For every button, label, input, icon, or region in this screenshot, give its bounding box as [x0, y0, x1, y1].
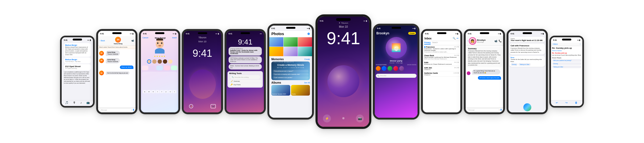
wt-opt-keypoints[interactable]: 🔑 Key Points: [229, 83, 261, 86]
back-btn-9[interactable]: ‹: [467, 40, 468, 42]
skin-opt-4[interactable]: [163, 59, 167, 64]
send-icon-9[interactable]: ⬆: [500, 108, 502, 111]
send-icon-2[interactable]: ⬆: [132, 108, 134, 111]
emoji-options-grid: [141, 65, 178, 71]
torch-icon-4[interactable]: ⚡: [189, 104, 193, 108]
skin-opt-3[interactable]: [158, 59, 162, 64]
torch-icon-cl[interactable]: ⚡: [323, 115, 331, 122]
album-2[interactable]: Family: [291, 85, 310, 96]
photo-4[interactable]: [269, 47, 283, 56]
key-t[interactable]: t: [160, 90, 164, 93]
mail-tab-primary[interactable]: Primary: [424, 42, 431, 44]
photo-2[interactable]: [284, 37, 298, 47]
mail-item-4[interactable]: Aditi Jain 9:41 AM Check-in: [423, 66, 460, 71]
star-3: ★: [159, 55, 161, 58]
summary-box-9: Summary Francesco Monetti from the movin…: [467, 47, 502, 68]
emoji-opt-4[interactable]: [164, 66, 170, 70]
mem-opt-2[interactable]: "Leo trick-or-treating with a spooky vib…: [273, 73, 309, 76]
reply-icon[interactable]: ↩: [556, 101, 558, 104]
photo-3[interactable]: [298, 37, 312, 47]
photo-1[interactable]: [269, 37, 283, 47]
compose-icon-mail[interactable]: ✏: [457, 37, 459, 40]
camera-symbol: 📷: [358, 117, 362, 120]
smart-reply-partner[interactable]: Will your partner be joining?: [552, 59, 581, 62]
video-icon-9[interactable]: 📹: [494, 40, 497, 42]
create-btn[interactable]: Create: [408, 32, 416, 35]
tab-icon-tv[interactable]: 📺: [86, 101, 90, 104]
mail-tab-search[interactable]: Search: [432, 42, 438, 44]
message-input-row-2: iMessage ⬆: [98, 107, 136, 112]
location-text: Tiburon: [341, 22, 348, 24]
wt-opt-summary[interactable]: 📝 Summary: [229, 80, 261, 83]
smart-reply-uber-11[interactable]: Taking an Uber: [552, 66, 581, 68]
memories-create[interactable]: Create: [304, 58, 310, 60]
smart-reply-driving-11[interactable]: Driving: [552, 62, 581, 65]
home-indicator[interactable]: [342, 117, 344, 119]
notif-body-3: Eliette - Summer Intern arrived. Meeting…: [230, 65, 260, 68]
mail-item-3[interactable]: Katie 9:41 AM Entrance to Chase Robinson…: [423, 61, 460, 66]
photo-5[interactable]: [284, 47, 298, 56]
mem-opt-describe[interactable]: Describe a Memory...: [273, 79, 309, 80]
emoji-opt-5[interactable]: [171, 66, 177, 70]
camera-icon-4[interactable]: 📷: [211, 104, 216, 108]
smart-reply-driving[interactable]: Driving: [511, 63, 518, 66]
status-icons-5: ▪▪▪: [260, 33, 262, 35]
back-btn-2[interactable]: ‹ Back: [100, 40, 105, 42]
avatar-ivana-3: IH: [99, 71, 104, 75]
tab-icon-podcast[interactable]: 🎙: [73, 101, 76, 104]
camera-icon-cl[interactable]: 📷: [356, 115, 364, 122]
notif-card-3: Eliette - Summer Intern arrived. Meeting…: [229, 64, 262, 70]
key-u[interactable]: u: [168, 90, 172, 93]
cancel-btn[interactable]: Cancel: [142, 37, 148, 39]
search-icon-mail[interactable]: 🔍: [453, 37, 456, 40]
emoji-opt-2[interactable]: [149, 66, 155, 70]
describe-input-5[interactable]: 🔍 Describe this writing: [230, 75, 260, 79]
msg-from-2: Markus Berger: [65, 59, 90, 60]
mail-time-2: 8:41 AM: [454, 55, 459, 56]
contact-2[interactable]: Jacob: [382, 66, 386, 72]
key-w[interactable]: w: [147, 90, 151, 93]
contact-4[interactable]: Partners: [393, 66, 398, 72]
contact-name-2: Ivana Hong: [114, 43, 122, 44]
photos-icon[interactable]: ⊕: [307, 32, 310, 36]
insert-btn[interactable]: Insert: [172, 37, 177, 39]
key-r[interactable]: r: [155, 90, 159, 93]
mail-row-2: Chase Bank 8:41 AM: [424, 55, 459, 56]
key-q[interactable]: q: [143, 90, 147, 93]
contact-3[interactable]: Daphne: [388, 66, 392, 72]
album-1[interactable]: Summer Vacation 2024: [271, 85, 290, 96]
key-i[interactable]: i: [172, 90, 176, 93]
phone-icon-9[interactable]: 📞: [499, 40, 502, 42]
tab-icon-new[interactable]: 🎵: [65, 101, 68, 104]
mail-item-1[interactable]: Francesco 5:41 PM Francesco - Invited to…: [423, 45, 460, 54]
key-e[interactable]: e: [151, 90, 155, 93]
contact-info-9: Brookyn iMessage: [477, 39, 486, 43]
video-btn-2[interactable]: 📹: [131, 39, 134, 42]
bubble-text-2: Tiburon Summer: [107, 61, 118, 63]
skin-opt-1[interactable]: [147, 59, 151, 64]
tab-icon-music[interactable]: ♪: [80, 101, 82, 104]
message-input-2[interactable]: iMessage: [99, 108, 132, 112]
skin-opt-5[interactable]: [168, 59, 172, 64]
memory-card[interactable]: Carefully capturing your precious moment…: [271, 62, 310, 80]
summary-title-9: Summary: [468, 48, 501, 50]
emoji-opt-1[interactable]: [142, 66, 148, 70]
mem-opt-3[interactable]: "Last summer in our garden": [273, 76, 309, 79]
email-back-btn[interactable]: ‹ Inbox: [552, 43, 558, 45]
trash-icon[interactable]: 🗑: [575, 101, 578, 104]
memory-overlay: Carefully capturing your precious moment…: [271, 62, 310, 80]
mem-opt-1[interactable]: "Everything we ate in Japan?": [273, 70, 309, 72]
forward-icon[interactable]: ↪: [565, 101, 567, 104]
key-y[interactable]: y: [164, 90, 168, 93]
emoji-opt-3[interactable]: [156, 66, 163, 70]
contact-5[interactable]: Farnco: [399, 66, 404, 72]
contact-1[interactable]: Sunset: [376, 66, 381, 72]
skin-opt-2[interactable]: [152, 59, 157, 64]
mail-item-2[interactable]: Chase Bank 8:41 AM Send transfer confirm…: [423, 54, 460, 61]
photo-6[interactable]: [298, 47, 312, 56]
describe-input-7[interactable]: 🔍 Describe: [376, 74, 416, 78]
imsg-input-9[interactable]: iMessage: [467, 108, 499, 112]
mail-item-5[interactable]: Guillermo Castle 11:00 AM Check-in: [423, 71, 460, 77]
smart-reply-uber[interactable]: Taking an Uber: [518, 63, 531, 66]
albums-see-all[interactable]: See All: [304, 82, 310, 84]
